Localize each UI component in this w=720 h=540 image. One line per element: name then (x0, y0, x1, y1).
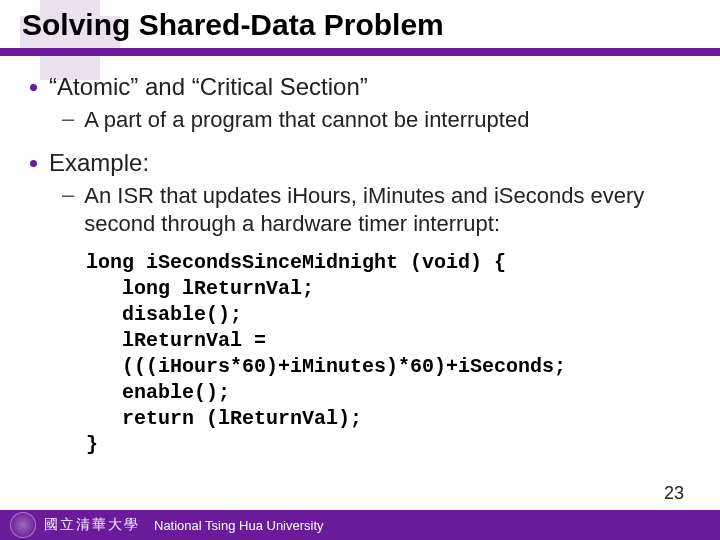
university-seal-icon (10, 512, 36, 538)
bullet-dot-icon (30, 160, 37, 167)
content-area: “Atomic” and “Critical Section” – A part… (30, 66, 690, 458)
code-line: (((iHours*60)+iMinutes)*60)+iSeconds; (86, 355, 566, 378)
bullet-dot-icon (30, 84, 37, 91)
bullet-1: “Atomic” and “Critical Section” (30, 72, 690, 102)
bullet-1-sub: – A part of a program that cannot be int… (62, 106, 690, 134)
page-number: 23 (664, 483, 684, 504)
code-line: long lReturnVal; (86, 277, 314, 300)
code-block: long iSecondsSinceMidnight (void) { long… (86, 250, 690, 458)
code-line: return (lReturnVal); (86, 407, 362, 430)
slide: Solving Shared-Data Problem “Atomic” and… (0, 0, 720, 540)
code-line: enable(); (86, 381, 230, 404)
code-line: disable(); (86, 303, 242, 326)
dash-icon: – (62, 106, 74, 132)
bullet-2-sub: – An ISR that updates iHours, iMinutes a… (62, 182, 690, 238)
bullet-2-sub-text: An ISR that updates iHours, iMinutes and… (84, 182, 690, 238)
bullet-2: Example: (30, 148, 690, 178)
code-line: long iSecondsSinceMidnight (void) { (86, 251, 506, 274)
title-underline (0, 48, 720, 56)
footer-university-en: National Tsing Hua University (154, 518, 324, 533)
slide-title: Solving Shared-Data Problem (22, 8, 444, 42)
dash-icon: – (62, 182, 74, 208)
footer-university-cn: 國立清華大學 (44, 516, 140, 534)
footer: 國立清華大學 National Tsing Hua University (0, 510, 720, 540)
code-line: } (86, 433, 98, 456)
code-line: lReturnVal = (86, 329, 266, 352)
bullet-1-sub-text: A part of a program that cannot be inter… (84, 106, 529, 134)
bullet-1-text: “Atomic” and “Critical Section” (49, 72, 368, 102)
bullet-2-text: Example: (49, 148, 149, 178)
